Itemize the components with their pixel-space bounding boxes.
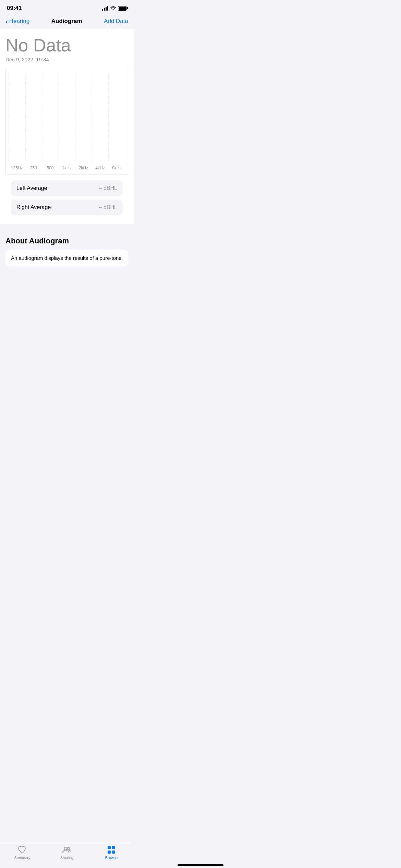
chart-label-125hz: 125Hz xyxy=(9,166,25,170)
chart-x-axis: 125Hz 250 500 1kHz 2kHz 4kHz 8kHz xyxy=(6,163,128,174)
back-label: Hearing xyxy=(9,18,30,25)
main-content: No Data Dec 9, 2022 19:34 125Hz 250 500 … xyxy=(0,29,134,224)
wifi-icon xyxy=(110,5,116,11)
page-title: Audiogram xyxy=(51,18,82,25)
left-average-value: -- dBHL xyxy=(98,185,117,191)
status-icons xyxy=(102,5,127,11)
right-average-label: Right Average xyxy=(16,204,51,210)
left-average-card: Left Average -- dBHL xyxy=(11,180,123,196)
chart-label-500: 500 xyxy=(42,166,59,170)
signal-icon xyxy=(102,6,108,11)
chart-label-8khz: 8kHz xyxy=(108,166,125,170)
no-data-title: No Data xyxy=(5,36,128,55)
status-bar: 09:41 xyxy=(0,0,134,14)
back-button[interactable]: ‹ Hearing xyxy=(5,18,29,25)
chart-col-7 xyxy=(109,74,125,163)
audiogram-chart: 125Hz 250 500 1kHz 2kHz 4kHz 8kHz xyxy=(5,68,128,175)
chevron-left-icon: ‹ xyxy=(5,18,8,25)
data-date: Dec 9, 2022 19:34 xyxy=(5,57,128,62)
chart-col-6 xyxy=(92,74,109,163)
info-section: Left Average -- dBHL Right Average -- dB… xyxy=(5,175,128,224)
chart-label-4khz: 4kHz xyxy=(92,166,109,170)
about-text: An audiogram displays the results of a p… xyxy=(11,254,123,262)
chart-col-2 xyxy=(26,74,42,163)
chart-col-1 xyxy=(9,74,26,163)
about-section: About Audiogram An audiogram displays th… xyxy=(0,230,134,272)
about-title: About Audiogram xyxy=(5,237,128,245)
nav-bar: ‹ Hearing Audiogram Add Data xyxy=(0,14,134,29)
battery-icon xyxy=(118,6,127,11)
chart-grid xyxy=(6,74,128,163)
add-data-button[interactable]: Add Data xyxy=(104,18,128,25)
chart-label-250: 250 xyxy=(25,166,42,170)
left-average-label: Left Average xyxy=(16,185,47,191)
about-card: An audiogram displays the results of a p… xyxy=(5,250,128,266)
right-average-value: -- dBHL xyxy=(98,204,117,210)
chart-label-1khz: 1kHz xyxy=(59,166,75,170)
chart-col-4 xyxy=(59,74,76,163)
right-average-card: Right Average -- dBHL xyxy=(11,200,123,215)
chart-label-2khz: 2kHz xyxy=(75,166,92,170)
chart-col-3 xyxy=(42,74,59,163)
status-time: 09:41 xyxy=(7,5,22,12)
chart-col-5 xyxy=(75,74,92,163)
